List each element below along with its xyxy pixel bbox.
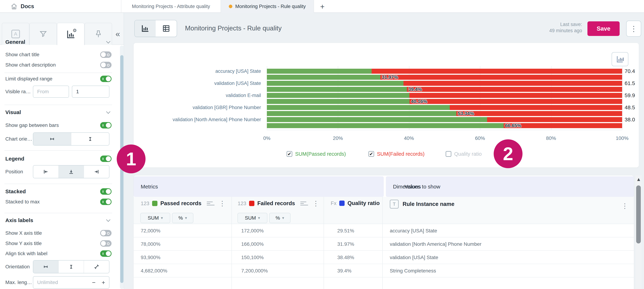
column-kebab-icon[interactable]: ⋮	[219, 200, 226, 207]
column-header-passed-records[interactable]: 123 Passed records ⋮	[141, 200, 226, 207]
save-button[interactable]: Save	[588, 21, 620, 36]
row-stacked-to-max: Stacked to max	[5, 196, 112, 208]
failed-unit-select[interactable]: %▾	[269, 213, 290, 223]
table-row	[134, 278, 634, 289]
show-chart-title-toggle[interactable]	[100, 52, 112, 58]
scroll-up-icon[interactable]: ▲	[636, 176, 641, 182]
passed-agg-select[interactable]: SUM▾	[140, 213, 170, 223]
boundary-value-label: 40.16%	[411, 99, 427, 104]
boundary-value-label: 31.97%	[382, 75, 398, 80]
column-header-rule-instance[interactable]: T Rule Instance name	[390, 200, 454, 208]
legend-checkbox[interactable]: ✔	[286, 151, 292, 157]
limit-displayed-range-toggle[interactable]	[100, 76, 112, 82]
metric-value-cell: 72,000%	[141, 224, 160, 238]
row-show-gap: Show gap between bars	[5, 120, 112, 131]
table-row: 93,900%150,100%38.48%validation [USA] St…	[134, 251, 634, 264]
metric-value-cell: 150,100%	[241, 251, 264, 264]
text-type-icon: T	[390, 200, 399, 208]
label-horizontal-icon[interactable]	[33, 260, 58, 273]
section-axis-labels[interactable]: Axis labels	[5, 214, 112, 226]
values-to-show-label: Values to show	[404, 184, 440, 190]
docs-home[interactable]: Docs	[11, 0, 34, 13]
legend-checkbox[interactable]	[446, 151, 451, 157]
failed-segment	[456, 111, 622, 116]
section-visual[interactable]: Visual	[5, 106, 112, 118]
end-value-label: 61.5	[624, 81, 635, 86]
collapse-sidebar-button[interactable]: «	[112, 23, 124, 45]
x-tick-label: 0%	[263, 136, 270, 141]
failed-segment	[409, 93, 622, 98]
visible-range-to-input[interactable]: 1	[72, 86, 110, 98]
legend-bottom-icon[interactable]	[58, 166, 84, 178]
page: Docs Monitoring Projects - Attribute qua…	[0, 0, 644, 289]
metric-color-swatch	[249, 201, 254, 206]
legend-left-icon[interactable]	[33, 166, 58, 178]
show-y-axis-title-toggle[interactable]	[100, 240, 112, 247]
dimension-kebab-icon[interactable]: ⋮	[622, 202, 628, 209]
column-header-quality-ratio[interactable]: Fx Quality ratio	[331, 200, 380, 206]
x-tick-label: 20%	[333, 136, 343, 141]
show-gap-toggle[interactable]	[100, 122, 112, 128]
legend-checkbox[interactable]: ✔	[368, 151, 374, 157]
divider	[4, 213, 112, 213]
column-kebab-icon[interactable]: ⋮	[312, 200, 319, 207]
table-scrollbar-thumb[interactable]	[636, 186, 641, 244]
align-tick-toggle[interactable]	[100, 250, 112, 257]
chart-view-button[interactable]	[135, 20, 156, 37]
vertical-orientation-icon[interactable]	[71, 133, 109, 145]
stacked-bar	[267, 81, 622, 86]
visible-range-from-input[interactable]: From	[33, 86, 69, 98]
row-show-chart-description: Show chart description	[5, 59, 112, 71]
stacked-bar	[267, 99, 622, 104]
sort-icon[interactable]	[207, 202, 214, 205]
metric-value-cell: 31.97%	[337, 238, 354, 251]
dimensions-band: Dimensions Values to show i 10 − + ⚙	[386, 176, 634, 197]
stacked-toggle[interactable]	[100, 188, 112, 195]
stacked-to-max-toggle[interactable]	[100, 198, 112, 205]
rule-instance-cell: validation [USA] State	[390, 251, 438, 264]
data-table-panel: Metrics Dimensions Values to show i 10 −…	[134, 175, 634, 289]
header-kebab-button[interactable]: ⋮	[626, 21, 641, 37]
end-value-label: 70.4	[624, 69, 635, 74]
divider	[4, 150, 112, 151]
failed-agg-select[interactable]: SUM▾	[238, 213, 268, 223]
stacked-bar	[267, 93, 622, 98]
tab-attribute-quality[interactable]: Monitoring Projects - Attribute quality	[121, 0, 220, 13]
rule-instance-cell: validation [North America] Phone Number	[390, 238, 482, 251]
passed-segment	[267, 99, 410, 104]
sort-icon[interactable]	[300, 202, 308, 205]
section-general[interactable]: General	[5, 36, 112, 48]
label-diagonal-icon[interactable]	[84, 260, 109, 273]
tab-rule-quality[interactable]: Monitoring Projects - Rule quality	[220, 0, 314, 13]
stacked-bar	[267, 123, 622, 128]
chevron-down-icon	[106, 110, 110, 114]
chart-type-button[interactable]	[612, 52, 628, 66]
chevron-down-icon: ▾	[282, 216, 284, 220]
metric-value-cell: 78,000%	[141, 238, 160, 251]
row-show-x-axis-title: Show X axis title	[5, 228, 112, 239]
table-view-button[interactable]	[156, 20, 177, 37]
horizontal-orientation-icon[interactable]	[33, 133, 71, 145]
metric-color-swatch	[152, 201, 158, 206]
label-vertical-icon[interactable]	[58, 260, 84, 273]
legend-toggle[interactable]	[100, 156, 112, 162]
passed-segment	[267, 93, 409, 98]
show-x-axis-title-toggle[interactable]	[100, 230, 112, 236]
page-title: Monitoring Projects - Rule quality	[185, 24, 282, 32]
passed-unit-select[interactable]: %▾	[172, 213, 194, 223]
row-align-tick: Align tick with label	[5, 248, 112, 259]
boundary-value-label: 39.4%	[408, 87, 422, 92]
boundary-value-label: 66.65%	[505, 123, 522, 128]
passed-segment	[267, 87, 407, 92]
chart-panel: accuracy [USA] State70.431.97%validation…	[134, 43, 639, 168]
new-tab-button[interactable]: +	[318, 2, 327, 11]
table-row: 4,682,000%7,200,000%39.4%String Complete…	[134, 264, 634, 278]
rule-instance-cell: String Completeness	[390, 264, 436, 278]
legend-right-icon[interactable]	[84, 166, 109, 178]
chevron-down-icon: ▾	[185, 216, 187, 220]
show-chart-description-toggle[interactable]	[100, 62, 112, 68]
table-row: 78,000%166,000%31.97%validation [North A…	[134, 238, 634, 251]
passed-segment	[267, 117, 487, 122]
column-header-failed-records[interactable]: 123 Failed records ⋮	[238, 200, 319, 207]
stacked-bar	[267, 87, 622, 92]
